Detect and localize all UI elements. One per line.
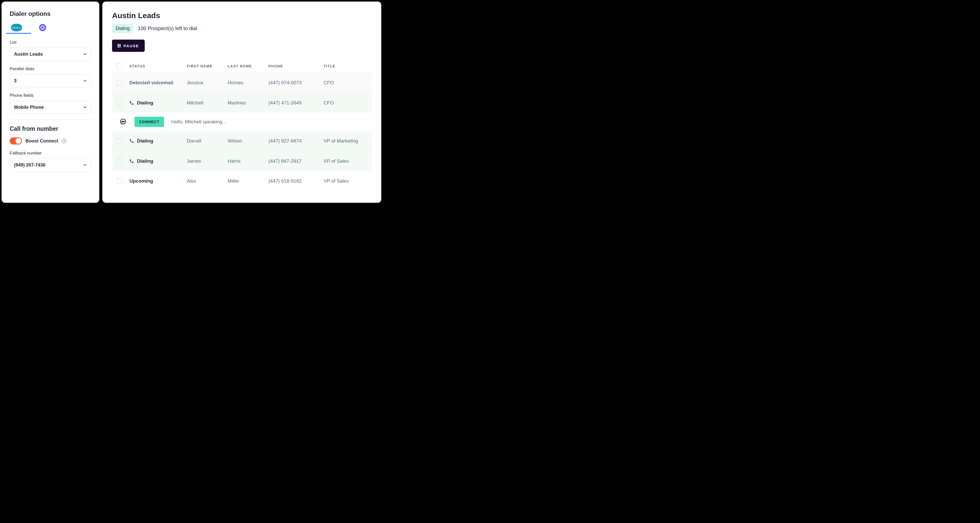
col-title: TITLE — [324, 64, 367, 68]
provider-tabs — [10, 23, 91, 32]
table-row: DialingDarrellWilson(447) 927-6874VP of … — [112, 131, 372, 151]
help-icon[interactable]: ? — [62, 139, 66, 143]
boost-connect-toggle[interactable] — [10, 137, 22, 145]
row-checkbox[interactable] — [117, 178, 122, 184]
table-row: Detected voicemailJessicaHornes(447) 674… — [112, 73, 372, 93]
col-last: LAST NAME — [228, 64, 269, 68]
col-first: FIRST NAME — [187, 64, 228, 68]
list-value: Austin Leads — [14, 52, 43, 57]
pause-label: PAUSE — [124, 44, 139, 48]
leads-table: STATUS FIRST NAME LAST NAME PHONE TITLE … — [112, 59, 372, 191]
row-checkbox[interactable] — [117, 80, 122, 86]
leads-panel: Austin Leads Dialing 100 Prospect(s) lef… — [102, 2, 381, 203]
cell-status: Detected voicemail — [129, 80, 187, 86]
pause-button[interactable]: PAUSE — [112, 40, 145, 52]
chevron-down-icon — [83, 53, 87, 56]
table-row: DialingMitchellMartinez(447) 471-2649CFO — [112, 93, 372, 113]
svg-point-1 — [122, 121, 123, 122]
page-title: Austin Leads — [112, 11, 372, 20]
svg-point-2 — [123, 121, 124, 122]
cell-phone: (447) 674-0073 — [269, 80, 324, 86]
list-select[interactable]: Austin Leads — [10, 48, 91, 61]
cell-title: VP of Sales — [324, 158, 367, 164]
cell-first-name: Mitchell — [187, 100, 228, 106]
chevron-down-icon — [83, 163, 87, 167]
cell-last-name: Wilson — [228, 138, 269, 144]
cell-last-name: Hornes — [228, 80, 269, 86]
parallel-label: Parallel dials — [10, 66, 91, 72]
cell-phone: (447) 471-2649 — [269, 100, 324, 106]
cell-first-name: Jessica — [187, 80, 228, 86]
call-from-title: Call from number — [10, 125, 91, 132]
chevron-down-icon — [83, 79, 87, 83]
cell-status: Upcoming — [129, 178, 187, 184]
cell-first-name: Darrell — [187, 138, 228, 144]
boost-connect-label: Boost Connect — [25, 139, 58, 144]
sidebar-title: Dialer options — [10, 10, 91, 18]
connect-button[interactable]: CONNECT — [135, 117, 164, 127]
table-row: DialingJamesHarris(447) 847-2917VP of Sa… — [112, 151, 372, 171]
cell-title: VP of Sales — [324, 178, 367, 184]
boost-connect-row: Boost Connect ? — [10, 137, 91, 145]
phone-icon — [129, 159, 134, 163]
tab-salesforce[interactable] — [10, 23, 24, 32]
table-header: STATUS FIRST NAME LAST NAME PHONE TITLE — [112, 59, 372, 73]
dialer-options-panel: Dialer options List Austin Leads Paralle… — [2, 2, 99, 203]
phone-fields-value: Mobile Phone — [14, 105, 44, 110]
cell-first-name: Alex — [187, 178, 228, 184]
phone-fields-label: Phone fields — [10, 93, 91, 98]
salesforce-icon — [11, 24, 22, 32]
cell-status: Dialing — [129, 158, 187, 164]
cell-phone: (447) 847-2917 — [269, 158, 324, 164]
phone-icon — [129, 100, 134, 105]
phone-icon — [129, 139, 134, 143]
pause-icon — [118, 44, 121, 48]
status-badge: Dialing — [112, 24, 133, 33]
fallback-select[interactable]: (949) 207-7436 — [10, 158, 91, 172]
outreach-icon — [39, 24, 46, 31]
cell-first-name: James — [187, 158, 228, 164]
svg-point-3 — [124, 121, 124, 122]
cell-title: CFO — [324, 80, 367, 86]
status-text: 100 Prospect(s) left to dial — [138, 26, 197, 32]
fallback-label: Fallback number — [10, 151, 91, 156]
cell-last-name: Martinez — [228, 100, 269, 106]
parallel-select[interactable]: 3 — [10, 74, 91, 87]
cell-phone: (447) 927-6874 — [269, 138, 324, 144]
connect-transcript: Hello, Mitchell speaking... — [171, 119, 226, 124]
parallel-value: 3 — [14, 78, 17, 83]
cell-status: Dialing — [129, 100, 187, 106]
row-checkbox[interactable] — [117, 138, 122, 144]
cell-title: VP of Marketing — [324, 138, 367, 144]
connect-row: CONNECTHello, Mitchell speaking... — [112, 113, 372, 131]
table-row: UpcomingAlexMiller(447) 618-9162VP of Sa… — [112, 171, 372, 191]
cell-last-name: Miller — [228, 178, 269, 184]
divider — [2, 120, 99, 120]
col-phone: PHONE — [269, 64, 324, 68]
status-row: Dialing 100 Prospect(s) left to dial — [112, 24, 372, 33]
cell-title: CFO — [324, 100, 367, 106]
chevron-down-icon — [83, 105, 87, 109]
select-all-checkbox[interactable] — [117, 63, 122, 69]
cell-status: Dialing — [129, 138, 187, 144]
cell-last-name: Harris — [228, 158, 269, 164]
row-checkbox[interactable] — [117, 100, 122, 106]
chat-bubble-icon — [119, 118, 127, 125]
fallback-value: (949) 207-7436 — [14, 163, 45, 168]
list-label: List — [10, 40, 91, 45]
phone-fields-select[interactable]: Mobile Phone — [10, 100, 91, 114]
cell-phone: (447) 618-9162 — [269, 178, 324, 184]
row-checkbox[interactable] — [117, 158, 122, 164]
tab-outreach[interactable] — [36, 23, 49, 32]
col-status: STATUS — [129, 64, 187, 68]
